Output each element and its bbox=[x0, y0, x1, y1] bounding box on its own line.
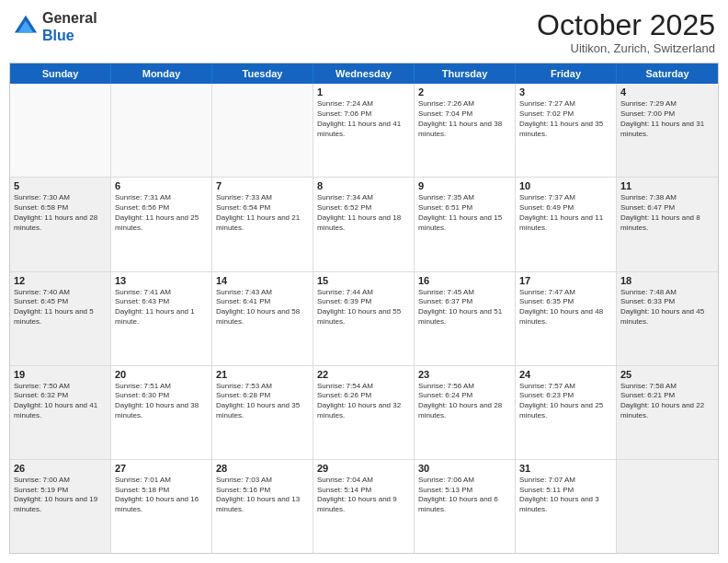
calendar-row: 1Sunrise: 7:24 AM Sunset: 7:06 PM Daylig… bbox=[10, 84, 718, 178]
logo-text: General Blue bbox=[42, 9, 97, 44]
calendar-cell bbox=[10, 84, 111, 177]
calendar-cell: 11Sunrise: 7:38 AM Sunset: 6:47 PM Dayli… bbox=[617, 178, 718, 270]
calendar-cell: 27Sunrise: 7:01 AM Sunset: 5:18 PM Dayli… bbox=[111, 460, 212, 553]
cell-info: Sunrise: 7:07 AM Sunset: 5:11 PM Dayligh… bbox=[519, 476, 612, 515]
calendar-cell: 20Sunrise: 7:51 AM Sunset: 6:30 PM Dayli… bbox=[111, 366, 212, 459]
day-number: 7 bbox=[216, 180, 309, 191]
location: Uitikon, Zurich, Switzerland bbox=[537, 41, 715, 55]
calendar-cell: 25Sunrise: 7:58 AM Sunset: 6:21 PM Dayli… bbox=[617, 366, 718, 459]
calendar-cell: 15Sunrise: 7:44 AM Sunset: 6:39 PM Dayli… bbox=[313, 272, 415, 365]
day-number: 26 bbox=[14, 463, 107, 474]
cell-info: Sunrise: 7:33 AM Sunset: 6:54 PM Dayligh… bbox=[216, 193, 309, 233]
cell-info: Sunrise: 7:03 AM Sunset: 5:16 PM Dayligh… bbox=[216, 476, 309, 515]
calendar-cell: 3Sunrise: 7:27 AM Sunset: 7:02 PM Daylig… bbox=[516, 84, 617, 177]
calendar-cell: 1Sunrise: 7:24 AM Sunset: 7:06 PM Daylig… bbox=[313, 84, 415, 177]
cell-info: Sunrise: 7:38 AM Sunset: 6:47 PM Dayligh… bbox=[620, 193, 714, 233]
cell-info: Sunrise: 7:26 AM Sunset: 7:04 PM Dayligh… bbox=[418, 99, 511, 139]
calendar-cell: 21Sunrise: 7:53 AM Sunset: 6:28 PM Dayli… bbox=[212, 366, 313, 459]
calendar-cell: 10Sunrise: 7:37 AM Sunset: 6:49 PM Dayli… bbox=[516, 178, 617, 270]
month-title: October 2025 bbox=[537, 9, 715, 41]
calendar-row: 19Sunrise: 7:50 AM Sunset: 6:32 PM Dayli… bbox=[10, 366, 718, 460]
logo-icon bbox=[13, 14, 39, 40]
calendar-cell bbox=[617, 460, 718, 553]
calendar-cell: 14Sunrise: 7:43 AM Sunset: 6:41 PM Dayli… bbox=[212, 272, 313, 365]
day-number: 24 bbox=[519, 369, 612, 380]
day-number: 10 bbox=[519, 180, 612, 191]
calendar-cell: 8Sunrise: 7:34 AM Sunset: 6:52 PM Daylig… bbox=[313, 178, 415, 270]
calendar-cell: 6Sunrise: 7:31 AM Sunset: 6:56 PM Daylig… bbox=[111, 178, 212, 270]
day-number: 9 bbox=[418, 180, 511, 191]
calendar-cell: 18Sunrise: 7:48 AM Sunset: 6:33 PM Dayli… bbox=[617, 272, 718, 365]
weekday-header: Wednesday bbox=[313, 63, 415, 84]
cell-info: Sunrise: 7:30 AM Sunset: 6:58 PM Dayligh… bbox=[14, 193, 107, 233]
cell-info: Sunrise: 7:35 AM Sunset: 6:51 PM Dayligh… bbox=[418, 193, 511, 233]
logo-blue: Blue bbox=[42, 28, 74, 43]
page: General Blue October 2025 Uitikon, Zuric… bbox=[0, 0, 728, 563]
calendar-cell: 24Sunrise: 7:57 AM Sunset: 6:23 PM Dayli… bbox=[516, 366, 617, 459]
cell-info: Sunrise: 7:29 AM Sunset: 7:00 PM Dayligh… bbox=[620, 99, 714, 139]
calendar-cell bbox=[111, 84, 212, 177]
header: General Blue October 2025 Uitikon, Zuric… bbox=[9, 9, 719, 55]
cell-info: Sunrise: 7:34 AM Sunset: 6:52 PM Dayligh… bbox=[317, 193, 410, 233]
day-number: 13 bbox=[115, 275, 208, 286]
calendar-cell: 7Sunrise: 7:33 AM Sunset: 6:54 PM Daylig… bbox=[212, 178, 313, 270]
cell-info: Sunrise: 7:24 AM Sunset: 7:06 PM Dayligh… bbox=[317, 99, 410, 139]
cell-info: Sunrise: 7:27 AM Sunset: 7:02 PM Dayligh… bbox=[519, 99, 612, 139]
logo-general: General bbox=[42, 10, 97, 26]
calendar-cell: 4Sunrise: 7:29 AM Sunset: 7:00 PM Daylig… bbox=[617, 84, 718, 177]
cell-info: Sunrise: 7:06 AM Sunset: 5:13 PM Dayligh… bbox=[418, 476, 511, 515]
cell-info: Sunrise: 7:48 AM Sunset: 6:33 PM Dayligh… bbox=[620, 288, 714, 327]
title-block: October 2025 Uitikon, Zurich, Switzerlan… bbox=[537, 9, 715, 55]
day-number: 8 bbox=[317, 180, 410, 191]
cell-info: Sunrise: 7:56 AM Sunset: 6:24 PM Dayligh… bbox=[418, 382, 511, 421]
cell-info: Sunrise: 7:57 AM Sunset: 6:23 PM Dayligh… bbox=[519, 382, 612, 421]
day-number: 12 bbox=[14, 275, 107, 286]
cell-info: Sunrise: 7:41 AM Sunset: 6:43 PM Dayligh… bbox=[115, 288, 208, 327]
calendar-cell: 31Sunrise: 7:07 AM Sunset: 5:11 PM Dayli… bbox=[516, 460, 617, 553]
day-number: 30 bbox=[418, 463, 511, 474]
calendar-cell: 19Sunrise: 7:50 AM Sunset: 6:32 PM Dayli… bbox=[10, 366, 111, 459]
day-number: 28 bbox=[216, 463, 309, 474]
calendar-cell: 29Sunrise: 7:04 AM Sunset: 5:14 PM Dayli… bbox=[313, 460, 415, 553]
weekday-header: Saturday bbox=[617, 63, 718, 84]
cell-info: Sunrise: 7:37 AM Sunset: 6:49 PM Dayligh… bbox=[519, 193, 612, 233]
day-number: 14 bbox=[216, 275, 309, 286]
day-number: 6 bbox=[115, 180, 208, 191]
weekday-header: Friday bbox=[516, 63, 617, 84]
cell-info: Sunrise: 7:45 AM Sunset: 6:37 PM Dayligh… bbox=[418, 288, 511, 327]
cell-info: Sunrise: 7:31 AM Sunset: 6:56 PM Dayligh… bbox=[115, 193, 208, 233]
day-number: 3 bbox=[519, 86, 612, 98]
weekday-header: Sunday bbox=[10, 63, 111, 84]
cell-info: Sunrise: 7:44 AM Sunset: 6:39 PM Dayligh… bbox=[317, 288, 410, 327]
day-number: 19 bbox=[14, 369, 107, 380]
calendar-row: 5Sunrise: 7:30 AM Sunset: 6:58 PM Daylig… bbox=[10, 178, 718, 271]
day-number: 17 bbox=[519, 275, 612, 286]
cell-info: Sunrise: 7:54 AM Sunset: 6:26 PM Dayligh… bbox=[317, 382, 410, 421]
day-number: 5 bbox=[14, 180, 107, 191]
calendar-cell: 17Sunrise: 7:47 AM Sunset: 6:35 PM Dayli… bbox=[516, 272, 617, 365]
day-number: 20 bbox=[115, 369, 208, 380]
day-number: 22 bbox=[317, 369, 410, 380]
cell-info: Sunrise: 7:51 AM Sunset: 6:30 PM Dayligh… bbox=[115, 382, 208, 421]
day-number: 11 bbox=[620, 180, 714, 191]
calendar-cell bbox=[212, 84, 313, 177]
day-number: 27 bbox=[115, 463, 208, 474]
day-number: 21 bbox=[216, 369, 309, 380]
calendar-row: 26Sunrise: 7:00 AM Sunset: 5:19 PM Dayli… bbox=[10, 460, 718, 553]
day-number: 18 bbox=[620, 275, 714, 286]
cell-info: Sunrise: 7:04 AM Sunset: 5:14 PM Dayligh… bbox=[317, 476, 410, 515]
logo: General Blue bbox=[13, 9, 97, 44]
calendar-cell: 26Sunrise: 7:00 AM Sunset: 5:19 PM Dayli… bbox=[10, 460, 111, 553]
cell-info: Sunrise: 7:47 AM Sunset: 6:35 PM Dayligh… bbox=[519, 288, 612, 327]
calendar-cell: 9Sunrise: 7:35 AM Sunset: 6:51 PM Daylig… bbox=[415, 178, 516, 270]
calendar-row: 12Sunrise: 7:40 AM Sunset: 6:45 PM Dayli… bbox=[10, 272, 718, 366]
day-number: 31 bbox=[519, 463, 612, 474]
calendar-cell: 22Sunrise: 7:54 AM Sunset: 6:26 PM Dayli… bbox=[313, 366, 415, 459]
day-number: 25 bbox=[620, 369, 714, 380]
cell-info: Sunrise: 7:50 AM Sunset: 6:32 PM Dayligh… bbox=[14, 382, 107, 421]
calendar-cell: 12Sunrise: 7:40 AM Sunset: 6:45 PM Dayli… bbox=[10, 272, 111, 365]
cell-info: Sunrise: 7:00 AM Sunset: 5:19 PM Dayligh… bbox=[14, 476, 107, 515]
calendar: SundayMondayTuesdayWednesdayThursdayFrid… bbox=[9, 63, 719, 554]
calendar-cell: 2Sunrise: 7:26 AM Sunset: 7:04 PM Daylig… bbox=[415, 84, 516, 177]
calendar-body: 1Sunrise: 7:24 AM Sunset: 7:06 PM Daylig… bbox=[10, 84, 718, 553]
